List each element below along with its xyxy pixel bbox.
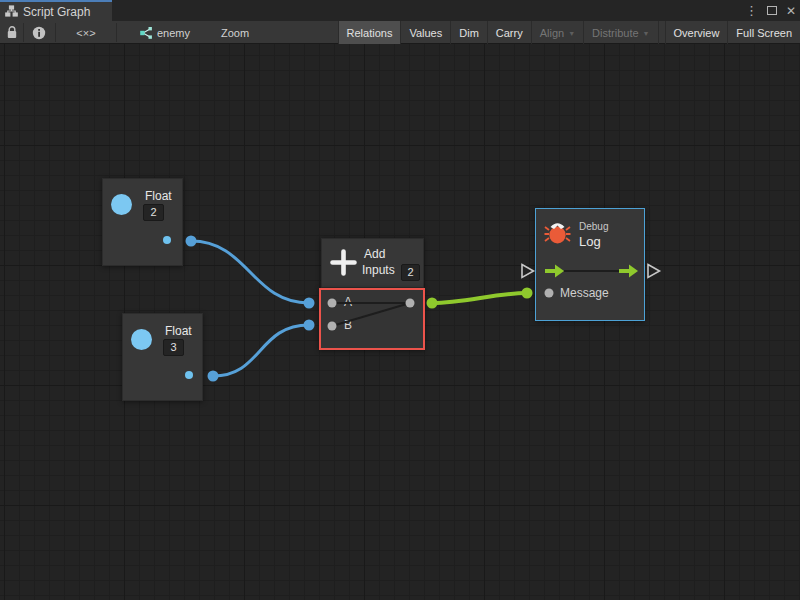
flow-output-port[interactable]	[619, 265, 638, 278]
kebab-menu-icon[interactable]: ⋮	[745, 4, 758, 17]
info-icon	[32, 26, 46, 40]
close-icon[interactable]: ✕	[786, 5, 796, 17]
tab-title: Script Graph	[23, 5, 90, 19]
chevron-down-icon: ▼	[568, 28, 575, 37]
maximize-icon[interactable]	[767, 6, 777, 15]
wire-endpoint[interactable]	[427, 298, 438, 309]
float1-output-port[interactable]	[163, 236, 171, 244]
carry-label: Carry	[496, 27, 523, 39]
graph-hierarchy-icon	[5, 5, 18, 18]
script-graph-window: Script Graph ⋮ ✕ <×>	[0, 0, 800, 600]
full-screen-label: Full Screen	[736, 27, 792, 39]
message-input-port[interactable]	[545, 289, 554, 298]
graph-asset-icon	[137, 21, 154, 44]
values-label: Values	[409, 27, 442, 39]
tab-script-graph[interactable]: Script Graph	[0, 0, 112, 21]
align-button[interactable]: Align ▼	[531, 21, 583, 44]
add-output-port[interactable]	[406, 299, 415, 308]
add-input-a-port[interactable]	[328, 299, 337, 308]
connections-overlay	[0, 44, 800, 600]
values-button[interactable]: Values	[400, 21, 450, 44]
code-preview-button[interactable]: <×>	[57, 21, 115, 44]
distribute-label: Distribute	[592, 27, 638, 39]
code-icon: <×>	[76, 27, 95, 39]
dim-label: Dim	[459, 27, 479, 39]
toolbar-separator	[23, 23, 24, 42]
carry-button[interactable]: Carry	[487, 21, 531, 44]
dim-button[interactable]: Dim	[450, 21, 487, 44]
tab-bar: Script Graph ⋮ ✕	[0, 0, 800, 21]
lock-icon	[6, 26, 18, 39]
lock-button[interactable]	[2, 21, 22, 44]
full-screen-button[interactable]: Full Screen	[727, 21, 800, 44]
graph-toolbar: <×> enemy Zoom 1x Relations Values Dim	[0, 21, 800, 44]
add-input-b-port[interactable]	[328, 322, 337, 331]
wire-endpoint[interactable]	[208, 371, 219, 382]
toolbar-gap	[658, 21, 665, 44]
wire-endpoint[interactable]	[522, 288, 533, 299]
info-button[interactable]	[25, 21, 53, 44]
flow-input-port[interactable]	[545, 265, 564, 278]
toolbar-separator	[116, 23, 117, 42]
flow-entry-triangle-icon[interactable]	[522, 265, 534, 278]
wire-endpoint[interactable]	[304, 298, 315, 309]
wire-endpoint[interactable]	[186, 236, 197, 247]
toolbar-separator	[55, 23, 56, 42]
overview-label: Overview	[674, 27, 720, 39]
distribute-button[interactable]: Distribute ▼	[583, 21, 657, 44]
graph-canvas[interactable]: Float 2 Float 3 Add Inputs 2 A B	[0, 44, 800, 600]
wire-sum-to-message[interactable]	[432, 293, 527, 303]
wire-float1-to-a[interactable]	[191, 241, 309, 303]
overview-button[interactable]: Overview	[665, 21, 728, 44]
chevron-down-icon: ▼	[643, 28, 650, 37]
window-controls: ⋮ ✕	[745, 0, 796, 21]
relations-label: Relations	[347, 27, 393, 39]
wire-endpoint[interactable]	[304, 320, 315, 331]
float2-output-port[interactable]	[185, 371, 193, 379]
zoom-label: Zoom	[221, 27, 249, 39]
align-label: Align	[540, 27, 564, 39]
wire-float2-to-b[interactable]	[213, 325, 309, 376]
flow-exit-triangle-icon[interactable]	[648, 265, 660, 278]
relations-button[interactable]: Relations	[338, 21, 401, 44]
relation-line-b-to-output	[332, 303, 410, 326]
graph-name[interactable]: enemy	[157, 27, 190, 39]
toolbar-button-group: Relations Values Dim Carry Align ▼ Distr…	[338, 21, 800, 44]
